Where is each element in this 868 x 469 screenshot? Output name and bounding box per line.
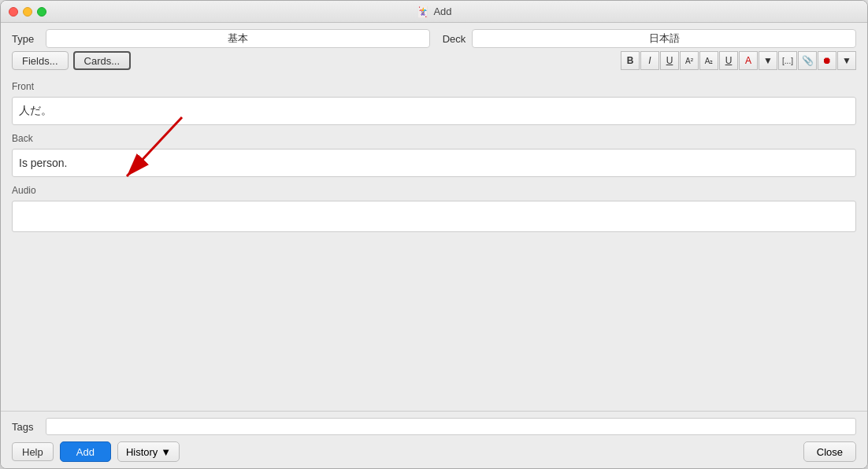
back-input[interactable]: Is person.: [12, 149, 856, 177]
subscript-button[interactable]: A₂: [699, 51, 718, 70]
deck-select[interactable]: 日本語: [472, 29, 856, 48]
title-text: 🃏 Add: [416, 6, 451, 18]
attach-button[interactable]: 📎: [798, 51, 817, 70]
main-content: Front 人だ。 Back Is person. Audio: [1, 70, 867, 411]
more-button[interactable]: ▼: [837, 51, 856, 70]
back-value: Is person.: [19, 157, 67, 169]
type-label: Type: [12, 33, 39, 45]
type-select[interactable]: 基本: [46, 29, 430, 48]
type-value: 基本: [228, 31, 248, 46]
deck-label: Deck: [443, 33, 466, 45]
help-button[interactable]: Help: [12, 442, 54, 461]
cards-button[interactable]: Cards...: [73, 51, 132, 70]
audio-label: Audio: [12, 185, 856, 196]
left-buttons: Fields... Cards...: [12, 51, 131, 70]
front-input[interactable]: 人だ。: [12, 97, 856, 125]
close-traffic-light[interactable]: [9, 7, 18, 17]
title-bar: 🃏 Add: [1, 1, 867, 23]
back-label: Back: [12, 133, 856, 144]
history-button[interactable]: History ▼: [117, 441, 180, 462]
format-toolbar: B I U A² A₂ U A ▼ [...] 📎 ⏺ ▼: [621, 51, 856, 70]
bold-button[interactable]: B: [621, 51, 640, 70]
close-button[interactable]: Close: [803, 441, 856, 462]
deck-value: 日本語: [649, 31, 680, 46]
color-dropdown[interactable]: ▼: [759, 51, 777, 70]
front-label: Front: [12, 81, 856, 92]
superscript-button[interactable]: A²: [680, 51, 699, 70]
color-button[interactable]: A: [739, 51, 758, 70]
minimize-traffic-light[interactable]: [23, 7, 32, 17]
tags-label: Tags: [12, 421, 39, 433]
underline2-button[interactable]: U: [719, 51, 738, 70]
front-value: 人だ。: [19, 104, 52, 118]
cloze-button[interactable]: [...]: [778, 51, 797, 70]
title-icon: 🃏: [416, 6, 429, 18]
main-window: 🃏 Add Type 基本 Deck 日本語 Fields... Cards..…: [0, 0, 868, 469]
traffic-lights: [9, 7, 46, 17]
history-label: History: [126, 446, 158, 458]
maximize-traffic-light[interactable]: [37, 7, 46, 17]
fields-button[interactable]: Fields...: [12, 51, 69, 70]
bottom-buttons: Help Add History ▼ Close: [12, 441, 856, 462]
italic-button[interactable]: I: [640, 51, 659, 70]
tags-row: Tags: [12, 418, 856, 435]
audio-input[interactable]: [12, 201, 856, 232]
window-title: Add: [433, 6, 451, 17]
underline-button[interactable]: U: [660, 51, 679, 70]
add-button[interactable]: Add: [60, 441, 111, 462]
tags-input[interactable]: [46, 418, 856, 435]
record-button[interactable]: ⏺: [818, 51, 836, 70]
bottom-area: Tags Help Add History ▼ Close: [1, 411, 867, 468]
history-chevron-icon: ▼: [161, 446, 171, 458]
